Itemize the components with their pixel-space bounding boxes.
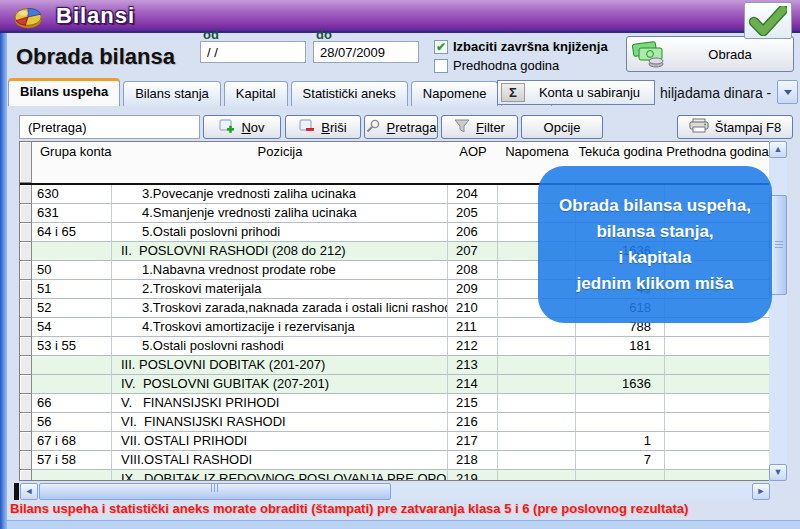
- tab-kapital[interactable]: Kapital: [224, 81, 288, 106]
- horizontal-scrollbar-thumb[interactable]: [39, 483, 391, 500]
- cell-tekuca-godina[interactable]: [576, 185, 665, 204]
- cell-prethodna-godina[interactable]: [665, 356, 770, 375]
- cell-napomena[interactable]: [498, 451, 576, 470]
- cell-prethodna-godina[interactable]: [665, 432, 770, 451]
- cell-prethodna-godina[interactable]: [665, 413, 770, 432]
- cell-prethodna-godina[interactable]: [665, 337, 770, 356]
- vertical-scrollbar[interactable]: ▲ ▼: [769, 141, 787, 481]
- cell-aop[interactable]: 208: [448, 261, 498, 280]
- table-row[interactable]: III. POSLOVNI DOBITAK (201-207)213: [20, 356, 786, 375]
- cell-aop[interactable]: 206: [448, 223, 498, 242]
- cell-napomena[interactable]: [498, 223, 576, 242]
- cell-prethodna-godina[interactable]: [665, 299, 770, 318]
- table-row[interactable]: IX. DOBITAK IZ REDOVNOG POSLOVANJA PRE O…: [20, 470, 786, 481]
- cell-tekuca-godina[interactable]: [576, 413, 665, 432]
- unit-combobox[interactable]: hiljadama dinara -: [660, 80, 798, 105]
- cell-tekuca-godina[interactable]: 1: [576, 432, 665, 451]
- horizontal-scrollbar[interactable]: ◄ ►: [20, 483, 770, 500]
- table-row[interactable]: 53 i 555.Ostali poslovni rashodi212181: [20, 337, 786, 356]
- vertical-scrollbar-thumb[interactable]: [769, 195, 787, 295]
- cell-tekuca-godina[interactable]: 618: [576, 299, 665, 318]
- table-row[interactable]: 523.Troskovi zarada,naknada zarada i ost…: [20, 299, 786, 318]
- row-selector-cell[interactable]: [20, 337, 32, 356]
- cell-grupa-konta[interactable]: 53 i 55: [32, 337, 112, 356]
- konta-u-sabiranju-button[interactable]: Σ Konta u sabiranju: [497, 80, 655, 105]
- cell-prethodna-godina[interactable]: [665, 375, 770, 394]
- cell-aop[interactable]: 216: [448, 413, 498, 432]
- cell-napomena[interactable]: [498, 318, 576, 337]
- cell-aop[interactable]: 210: [448, 299, 498, 318]
- cell-aop[interactable]: 209: [448, 280, 498, 299]
- cell-tekuca-godina[interactable]: 181: [576, 337, 665, 356]
- row-selector-cell[interactable]: [20, 242, 32, 261]
- cell-aop[interactable]: 212: [448, 337, 498, 356]
- cell-grupa-konta[interactable]: 56: [32, 413, 112, 432]
- cell-tekuca-godina[interactable]: 7: [576, 451, 665, 470]
- cell-napomena[interactable]: [498, 280, 576, 299]
- nov-button[interactable]: Nov: [203, 115, 281, 139]
- search-input[interactable]: [19, 115, 200, 139]
- cell-aop[interactable]: 207: [448, 242, 498, 261]
- scroll-down-icon[interactable]: ▼: [769, 464, 787, 481]
- cell-pozicija[interactable]: VIII.OSTALI RASHODI: [112, 451, 448, 470]
- row-selector-cell[interactable]: [20, 470, 32, 481]
- checkbox-check-icon[interactable]: ✔: [434, 40, 448, 54]
- cell-prethodna-godina[interactable]: [665, 394, 770, 413]
- cell-prethodna-godina[interactable]: [665, 204, 770, 223]
- cell-aop[interactable]: 211: [448, 318, 498, 337]
- cell-tekuca-godina[interactable]: [576, 204, 665, 223]
- cell-grupa-konta[interactable]: [32, 356, 112, 375]
- tab-bilans-uspeha[interactable]: Bilans uspeha: [8, 78, 120, 106]
- cell-aop[interactable]: 213: [448, 356, 498, 375]
- row-selector-cell[interactable]: [20, 223, 32, 242]
- cell-grupa-konta[interactable]: 57 i 58: [32, 451, 112, 470]
- table-row[interactable]: II. POSLOVNI RASHODI (208 do 212)2071636: [20, 242, 786, 261]
- row-selector-cell[interactable]: [20, 318, 32, 337]
- table-row[interactable]: 64 i 655.Ostali poslovni prihodi206: [20, 223, 786, 242]
- cell-tekuca-godina[interactable]: [576, 261, 665, 280]
- cell-pozicija[interactable]: 4.Troskovi amortizacije i rezervisanja: [112, 318, 448, 337]
- cell-grupa-konta[interactable]: [32, 470, 112, 481]
- cell-tekuca-godina[interactable]: 49: [576, 280, 665, 299]
- pretraga-button[interactable]: Pretraga: [364, 115, 438, 139]
- row-selector-cell[interactable]: [20, 356, 32, 375]
- table-row[interactable]: 6314.Smanjenje vrednosti zaliha ucinaka2…: [20, 204, 786, 223]
- cell-tekuca-godina[interactable]: [576, 356, 665, 375]
- row-selector-cell[interactable]: [20, 261, 32, 280]
- cell-pozicija[interactable]: IV. POSLOVNI GUBITAK (207-201): [112, 375, 448, 394]
- cell-pozicija[interactable]: 3.Povecanje vrednosti zaliha ucinaka: [112, 185, 448, 204]
- cell-tekuca-godina[interactable]: [576, 470, 665, 481]
- cell-grupa-konta[interactable]: 66: [32, 394, 112, 413]
- cell-pozicija[interactable]: 5.Ostali poslovni prihodi: [112, 223, 448, 242]
- cell-prethodna-godina[interactable]: [665, 451, 770, 470]
- cell-prethodna-godina[interactable]: [665, 185, 770, 204]
- cell-napomena[interactable]: [498, 413, 576, 432]
- cell-prethodna-godina[interactable]: [665, 261, 770, 280]
- table-row[interactable]: 544.Troskovi amortizacije i rezervisanja…: [20, 318, 786, 337]
- cell-pozicija[interactable]: 1.Nabavna vrednost prodate robe: [112, 261, 448, 280]
- cell-prethodna-godina[interactable]: [665, 223, 770, 242]
- row-selector-cell[interactable]: [20, 375, 32, 394]
- checkbox-exclude-closing[interactable]: ✔ Izbaciti završna knjiženja: [434, 39, 608, 54]
- cell-prethodna-godina[interactable]: [665, 470, 770, 481]
- cell-napomena[interactable]: [498, 432, 576, 451]
- cell-tekuca-godina[interactable]: [576, 394, 665, 413]
- row-selector-cell[interactable]: [20, 185, 32, 204]
- cell-aop[interactable]: 215: [448, 394, 498, 413]
- cell-grupa-konta[interactable]: 50: [32, 261, 112, 280]
- cell-tekuca-godina[interactable]: 788: [576, 318, 665, 337]
- scroll-up-icon[interactable]: ▲: [769, 141, 787, 158]
- table-row[interactable]: 67 i 68VII. OSTALI PRIHODI2171: [20, 432, 786, 451]
- cell-napomena[interactable]: [498, 356, 576, 375]
- table-row[interactable]: 512.Troskovi materijala20949: [20, 280, 786, 299]
- table-row[interactable]: 66V. FINANSIJSKI PRIHODI215: [20, 394, 786, 413]
- obrada-button[interactable]: Obrada: [626, 36, 794, 72]
- cell-grupa-konta[interactable]: [32, 242, 112, 261]
- cell-aop[interactable]: 205: [448, 204, 498, 223]
- cell-napomena[interactable]: [498, 375, 576, 394]
- checkbox-empty-icon[interactable]: [434, 59, 448, 73]
- table-row[interactable]: 6303.Povecanje vrednosti zaliha ucinaka2…: [20, 185, 786, 204]
- row-selector-cell[interactable]: [20, 204, 32, 223]
- cell-grupa-konta[interactable]: 52: [32, 299, 112, 318]
- cell-tekuca-godina[interactable]: [576, 223, 665, 242]
